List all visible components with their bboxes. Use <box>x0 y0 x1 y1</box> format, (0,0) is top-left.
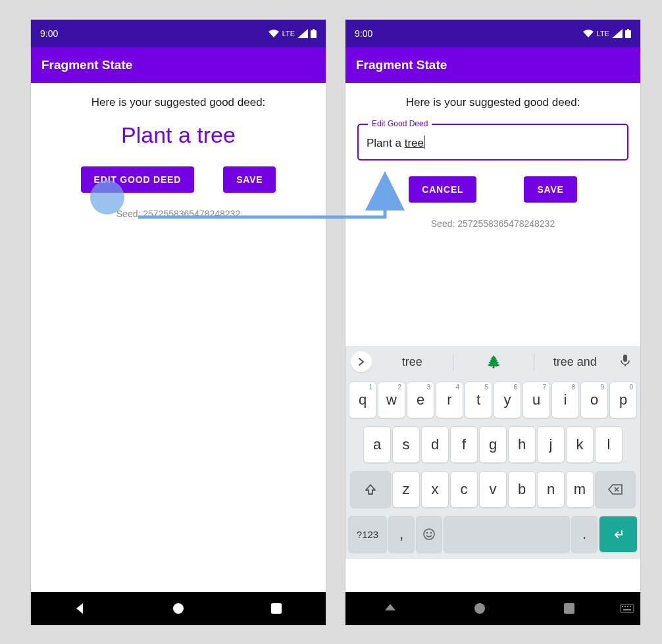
nav-home-icon[interactable] <box>172 602 185 615</box>
save-button[interactable]: SAVE <box>223 166 276 193</box>
suggestion-2[interactable]: 🌲 <box>453 355 534 369</box>
edit-good-deed-field[interactable]: Edit Good Deed Plant a tree <box>357 124 628 161</box>
svg-point-10 <box>430 532 432 533</box>
mic-icon[interactable] <box>615 354 635 370</box>
suggestion-heading: Here is your suggested good deed: <box>31 96 326 109</box>
keyboard-switch-icon[interactable] <box>620 604 634 613</box>
key-y[interactable]: y6 <box>494 382 521 418</box>
nav-back-icon[interactable] <box>384 602 397 615</box>
navigation-bar <box>345 592 640 625</box>
field-value[interactable]: Plant a tree <box>367 136 619 150</box>
key-l[interactable]: l <box>595 426 623 463</box>
battery-icon <box>311 29 317 38</box>
key-g[interactable]: g <box>479 426 507 463</box>
soft-keyboard[interactable]: tree 🌲 tree and q1w2e3r4t5y6u7i8o9p0 asd… <box>345 346 640 559</box>
wifi-icon <box>582 29 594 38</box>
seed-text: Seed: 2572558365478248232 <box>345 218 640 229</box>
nav-recent-icon[interactable] <box>270 603 282 614</box>
backspace-key[interactable] <box>595 471 636 508</box>
svg-rect-5 <box>627 29 629 30</box>
shift-icon <box>365 483 376 495</box>
edit-good-deed-button[interactable]: EDIT GOOD DEED <box>81 166 195 193</box>
nav-back-icon[interactable] <box>74 602 87 615</box>
key-k[interactable]: k <box>566 426 594 463</box>
app-title: Fragment State <box>356 58 447 72</box>
suggestion-row: tree 🌲 tree and <box>345 346 640 378</box>
enter-key[interactable] <box>599 516 638 553</box>
wifi-icon <box>268 29 280 38</box>
chevron-right-icon <box>357 357 366 366</box>
keyboard-row-4: ?123 , . <box>345 512 640 559</box>
status-bar: 9:00 LTE <box>31 20 326 47</box>
network-label: LTE <box>597 30 609 37</box>
key-p[interactable]: p0 <box>609 382 637 418</box>
backspace-icon <box>608 484 623 495</box>
phone-screen-edit: 9:00 LTE Fragment State Here is your sug… <box>345 20 640 625</box>
key-q[interactable]: q1 <box>349 382 376 418</box>
svg-point-2 <box>173 603 184 614</box>
emoji-key[interactable] <box>416 516 442 553</box>
svg-rect-18 <box>623 609 631 610</box>
signal-icon <box>612 29 623 38</box>
key-h[interactable]: h <box>508 426 536 463</box>
good-deed-text: Plant a tree <box>31 122 326 148</box>
status-time: 9:00 <box>355 28 372 39</box>
comma-key[interactable]: , <box>388 516 415 553</box>
enter-icon <box>612 528 625 541</box>
key-s[interactable]: s <box>392 426 420 463</box>
cancel-button[interactable]: CANCEL <box>409 176 476 203</box>
navigation-bar <box>31 592 326 625</box>
keyboard-row-1: q1w2e3r4t5y6u7i8o9p0 <box>345 378 640 422</box>
key-m[interactable]: m <box>566 471 594 508</box>
phone-screen-display: 9:00 LTE Fragment State Here is your sug… <box>31 20 326 625</box>
svg-rect-6 <box>623 355 627 362</box>
nav-recent-icon[interactable] <box>563 603 575 614</box>
svg-rect-15 <box>624 606 626 607</box>
key-z[interactable]: z <box>392 471 420 508</box>
save-button[interactable]: SAVE <box>524 176 576 203</box>
suggestion-1[interactable]: tree <box>372 355 453 369</box>
period-key[interactable]: . <box>571 516 598 553</box>
status-bar: 9:00 LTE <box>345 20 640 47</box>
symbols-key[interactable]: ?123 <box>348 516 387 553</box>
svg-rect-1 <box>313 29 315 30</box>
keyboard-row-2: asdfghjkl <box>345 422 640 467</box>
shift-key[interactable] <box>350 471 391 508</box>
svg-rect-14 <box>622 606 623 607</box>
key-v[interactable]: v <box>479 471 507 508</box>
space-key[interactable] <box>444 516 570 553</box>
svg-rect-12 <box>564 603 574 614</box>
key-n[interactable]: n <box>537 471 565 508</box>
seed-text: Seed: 2572558365478248232 <box>31 209 326 219</box>
svg-rect-0 <box>311 30 317 38</box>
key-c[interactable]: c <box>450 471 478 508</box>
emoji-icon <box>422 528 436 541</box>
svg-rect-13 <box>621 605 634 612</box>
field-label: Edit Good Deed <box>368 119 432 128</box>
key-f[interactable]: f <box>450 426 478 463</box>
key-w[interactable]: w2 <box>378 382 405 418</box>
key-x[interactable]: x <box>421 471 449 508</box>
app-bar: Fragment State <box>345 47 640 83</box>
key-u[interactable]: u7 <box>522 382 550 418</box>
network-label: LTE <box>282 30 295 37</box>
key-d[interactable]: d <box>421 426 449 463</box>
keyboard-row-3: zxcvbnm <box>345 467 640 512</box>
status-time: 9:00 <box>40 28 58 39</box>
svg-point-11 <box>474 603 485 614</box>
key-j[interactable]: j <box>537 426 565 463</box>
app-title: Fragment State <box>41 58 132 72</box>
key-o[interactable]: o9 <box>580 382 608 418</box>
key-b[interactable]: b <box>508 471 536 508</box>
key-r[interactable]: r4 <box>436 382 463 418</box>
key-e[interactable]: e3 <box>407 382 434 418</box>
nav-home-icon[interactable] <box>473 602 486 615</box>
text-caret <box>424 136 425 149</box>
key-t[interactable]: t5 <box>465 382 492 418</box>
key-a[interactable]: a <box>363 426 391 463</box>
suggestion-3[interactable]: tree and <box>534 355 615 369</box>
app-bar: Fragment State <box>31 47 326 83</box>
svg-rect-17 <box>630 606 631 607</box>
expand-suggestions-button[interactable] <box>351 351 372 372</box>
key-i[interactable]: i8 <box>551 382 579 418</box>
